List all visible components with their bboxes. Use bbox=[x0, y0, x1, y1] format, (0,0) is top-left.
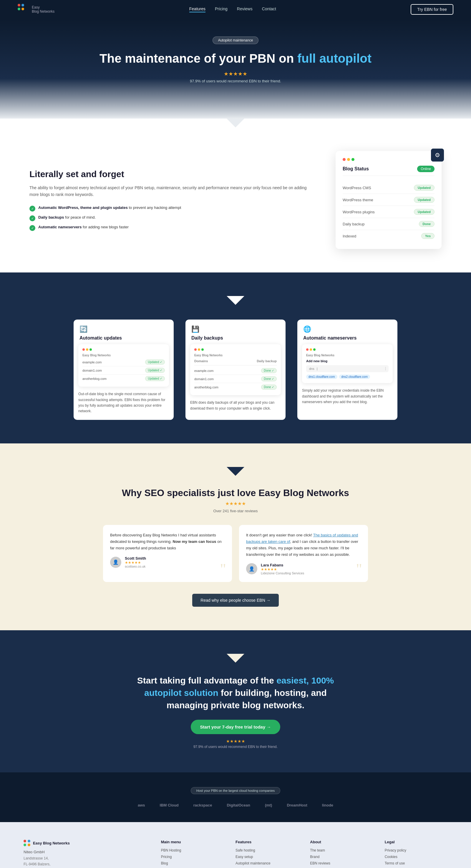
nav-brand-text: Easy Blog Networks bbox=[32, 5, 55, 14]
footer-link-privacy[interactable]: Privacy policy bbox=[385, 848, 447, 852]
footer-link-autopilot[interactable]: Autopilot maintenance bbox=[235, 861, 298, 865]
hosting-logo-ibm: IBM Cloud bbox=[160, 803, 179, 807]
feature-card-backups: 💾 Daily backups Easy Blog Networks Domai… bbox=[185, 319, 286, 420]
footer-link-blog[interactable]: Blog bbox=[161, 861, 224, 865]
footer-col-features-heading: Features bbox=[235, 840, 298, 844]
backups-desc: EBN does daily backups of all your blogs… bbox=[185, 400, 286, 417]
hosting-logo-linode: linode bbox=[322, 803, 333, 807]
nav-links: Features Pricing Reviews Contact bbox=[189, 6, 276, 12]
footer-link-safe-hosting[interactable]: Safe hosting bbox=[235, 848, 298, 852]
feature-card-updates: 🔄 Automatic updates Easy Blog Networks e… bbox=[73, 319, 174, 420]
window-dot-green bbox=[352, 158, 354, 161]
hosting-badge: Host your PBN on the largest cloud hosti… bbox=[191, 787, 281, 794]
footer-company: Niteo GmbH bbox=[24, 850, 149, 854]
author-site-1: Lidezione Consulting Services bbox=[261, 571, 304, 575]
hosting-logos: aws IBM Cloud rackspace DigitalOcean (mt… bbox=[18, 803, 453, 807]
footer-link-cookies[interactable]: Cookies bbox=[385, 855, 447, 859]
navbar: Easy Blog Networks Features Pricing Revi… bbox=[0, 0, 471, 19]
feature-item-3: ✓ Automatic nameservers for adding new b… bbox=[29, 225, 312, 231]
hosting-logo-dreamhost: DreamHost bbox=[287, 803, 307, 807]
updates-title: Automatic updates bbox=[80, 335, 168, 341]
backups-icon: 💾 bbox=[192, 326, 279, 333]
review-text-0: Before discovering Easy Blog Networks I … bbox=[110, 532, 225, 551]
mdot-y bbox=[86, 348, 88, 351]
footer-col-about: About The team Brand EBN reviews Affilia… bbox=[310, 840, 373, 868]
nav-cta-button[interactable]: Try EBN for free bbox=[411, 4, 453, 15]
status-row-2: WordPress plugins Updated bbox=[343, 206, 435, 218]
reviews-cta-button[interactable]: Read why else people choose EBN → bbox=[192, 594, 278, 607]
footer-col-legal: Legal Privacy policy Cookies Terms of us… bbox=[385, 840, 447, 868]
hosting-logo-aws: aws bbox=[138, 803, 145, 807]
card-title: Blog Status bbox=[343, 166, 369, 172]
author-name-1: Lara Fabans bbox=[261, 563, 304, 567]
footer-link-pbn-hosting[interactable]: PBN Hosting bbox=[161, 848, 224, 852]
footer-col-features: Features Safe hosting Easy setup Autopil… bbox=[235, 840, 298, 868]
review-card-1: It doesn't get any easier than one click… bbox=[239, 525, 368, 582]
feature-item-1: ✓ Automatic WordPress, theme and plugin … bbox=[29, 206, 312, 212]
set-forget-description: The ability to forget almost every techn… bbox=[29, 185, 312, 198]
cta-section: Start taking full advantage of the easie… bbox=[0, 630, 471, 772]
updates-icon: 🔄 bbox=[80, 326, 168, 333]
hero-arrow bbox=[0, 119, 471, 127]
mdot-r bbox=[82, 348, 85, 351]
nav-link-reviews[interactable]: Reviews bbox=[237, 6, 253, 12]
hosting-logo-digitalocean: DigitalOcean bbox=[227, 803, 250, 807]
review-card-0: Before discovering Easy Blog Networks I … bbox=[103, 525, 232, 582]
quote-mark-1: " bbox=[356, 561, 362, 576]
logo-dot-red bbox=[18, 4, 20, 6]
footer-link-easy-setup[interactable]: Easy setup bbox=[235, 855, 298, 859]
hero-badge: Autopilot maintenance bbox=[212, 36, 259, 44]
hero-stars: ★★★★★ bbox=[6, 71, 465, 77]
backups-mini-card: Easy Blog Networks Domains Daily backup … bbox=[190, 344, 281, 395]
footer-brand: Easy Blog Networks Niteo GmbH Landstrass… bbox=[24, 840, 149, 868]
footer-link-team[interactable]: The team bbox=[310, 848, 373, 852]
check-icon-3: ✓ bbox=[29, 225, 35, 231]
reviews-grid: Before discovering Easy Blog Networks I … bbox=[103, 525, 368, 582]
avatar-0: 👤 bbox=[110, 557, 121, 568]
footer-link-pricing[interactable]: Pricing bbox=[161, 855, 224, 859]
author-stars-1: ★★★★★ bbox=[261, 567, 304, 571]
cta-stars: ★★★★★ bbox=[18, 739, 453, 744]
footer-logo: Easy Blog Networks bbox=[24, 840, 149, 847]
set-forget-text: Literally set and forget The ability to … bbox=[29, 169, 312, 231]
dns-input: dns | bbox=[306, 365, 389, 372]
feature-card-nameservers: 🌐 Automatic nameservers Easy Blog Networ… bbox=[297, 319, 398, 420]
set-forget-section: Literally set and forget The ability to … bbox=[0, 127, 471, 273]
avatar-1: 👤 bbox=[246, 563, 257, 575]
feature-list: ✓ Automatic WordPress, theme and plugin … bbox=[29, 206, 312, 231]
footer-link-brand[interactable]: Brand bbox=[310, 855, 373, 859]
updates-desc: Out-of-date blog is the single most comm… bbox=[73, 391, 174, 420]
nav-link-pricing[interactable]: Pricing bbox=[215, 6, 228, 12]
nav-link-features[interactable]: Features bbox=[189, 6, 205, 12]
window-dot-yellow bbox=[347, 158, 350, 161]
logo-dot-green bbox=[18, 8, 20, 10]
footer-col-about-heading: About bbox=[310, 840, 373, 844]
add-blog-label: Add new blog bbox=[306, 359, 389, 363]
nav-link-contact[interactable]: Contact bbox=[262, 6, 276, 12]
check-icon-1: ✓ bbox=[29, 206, 35, 212]
footer-address: Landstrasse 14, FL-9496 Balzers, Liechte… bbox=[24, 855, 149, 868]
reviews-cta: Read why else people choose EBN → bbox=[18, 594, 453, 607]
window-dots bbox=[343, 158, 435, 161]
nameservers-icon: 🌐 bbox=[303, 326, 391, 333]
footer-top: Easy Blog Networks Niteo GmbH Landstrass… bbox=[24, 840, 447, 868]
cta-trial-button[interactable]: Start your 7-day free trial today → bbox=[191, 720, 281, 734]
status-row-4: Indexed Yes bbox=[343, 230, 435, 242]
set-forget-heading: Literally set and forget bbox=[29, 169, 312, 179]
footer-link-ebn-reviews[interactable]: EBN reviews bbox=[310, 861, 373, 865]
hero-heading: The maintenance of your PBN on full auto… bbox=[6, 51, 465, 66]
blog-status-card: ⚙ Blog Status Online WordPress CMS Updat… bbox=[335, 151, 442, 249]
hosting-section: Host your PBN on the largest cloud hosti… bbox=[0, 772, 471, 822]
hosting-logo-mt: (mt) bbox=[265, 803, 272, 807]
card-header: Blog Status Online bbox=[343, 166, 435, 176]
status-row-1: WordPress theme Updated bbox=[343, 194, 435, 206]
quote-mark-0: " bbox=[220, 561, 226, 576]
cta-rating: 97.9% of users would recommend EBN to th… bbox=[18, 745, 453, 749]
author-stars-0: ★★★★★ bbox=[125, 560, 146, 565]
hosting-logo-rackspace: rackspace bbox=[194, 803, 212, 807]
author-site-0: scottseo.co.uk bbox=[125, 565, 146, 568]
logo[interactable]: Easy Blog Networks bbox=[18, 4, 55, 15]
footer-link-terms[interactable]: Terms of use bbox=[385, 861, 447, 865]
nameservers-title: Automatic nameservers bbox=[303, 335, 391, 341]
review-author-0: 👤 Scott Smith ★★★★★ scottseo.co.uk bbox=[110, 556, 225, 568]
